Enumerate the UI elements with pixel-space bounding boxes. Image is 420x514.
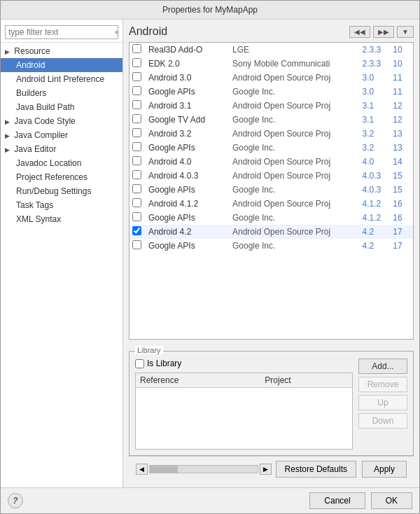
is-library-checkbox[interactable]: [135, 359, 144, 368]
sidebar-item-label: Resource: [14, 46, 50, 56]
sdk-version: 4.0.3: [360, 169, 391, 183]
sidebar-item-java-build-path[interactable]: Java Build Path: [1, 100, 122, 114]
down-button[interactable]: Down: [358, 413, 407, 429]
sdk-row-checkbox[interactable]: [132, 142, 141, 151]
arrow-icon: ▶: [5, 146, 12, 153]
sdk-row-checkbox[interactable]: [132, 100, 141, 109]
sdk-row-checkbox[interactable]: [132, 72, 141, 81]
sdk-row-checkbox[interactable]: [132, 114, 141, 123]
sdk-name: Real3D Add-O: [146, 43, 230, 57]
sdk-vendor: Android Open Source Proj: [230, 127, 360, 141]
sidebar-item-android-lint[interactable]: Android Lint Preference: [1, 72, 122, 86]
sidebar-item-run-debug[interactable]: Run/Debug Settings: [1, 184, 122, 198]
sdk-row-checkbox[interactable]: [132, 198, 141, 207]
sdk-name: Google APIs: [146, 211, 230, 225]
table-row: Android 4.1.2 Android Open Source Proj 4…: [130, 197, 413, 211]
sdk-api: 10: [390, 43, 413, 57]
sdk-name: Android 3.1: [146, 99, 230, 113]
library-buttons: Add... Remove Up Down: [358, 359, 407, 429]
sdk-api: 16: [390, 211, 413, 225]
main-panel: Android ◀◀ ▶▶ ▼ Real3D Add-O LGE 2.3.3 1…: [123, 20, 419, 487]
content-area: ✦ ▶ Resource Android Android Lint Prefer…: [1, 20, 419, 487]
sdk-vendor: Google Inc.: [230, 211, 360, 225]
page-title: Android: [129, 25, 167, 38]
nav-forward-button[interactable]: ▶▶: [373, 26, 394, 38]
sidebar-item-java-editor[interactable]: ▶ Java Editor: [1, 142, 122, 156]
sdk-name: Android 3.2: [146, 127, 230, 141]
scroll-track[interactable]: [149, 465, 258, 473]
sdk-row-checkbox[interactable]: [132, 240, 141, 249]
sdk-table: Real3D Add-O LGE 2.3.3 10 EDK 2.0 Sony M…: [130, 43, 413, 253]
sdk-row-checkbox[interactable]: [132, 184, 141, 193]
sdk-api: 17: [390, 225, 413, 239]
sidebar-item-project-references[interactable]: Project References: [1, 170, 122, 184]
sdk-api: 15: [390, 169, 413, 183]
table-row: Google APIs Google Inc. 4.1.2 16: [130, 211, 413, 225]
sidebar-item-java-compiler[interactable]: ▶ Java Compiler: [1, 128, 122, 142]
nav-dropdown-button[interactable]: ▼: [397, 26, 414, 38]
sdk-vendor: Sony Mobile Communicati: [230, 57, 360, 71]
sdk-row-checkbox[interactable]: [132, 86, 141, 95]
sidebar-item-label: Java Compiler: [14, 130, 68, 140]
sdk-api: 15: [390, 183, 413, 197]
sdk-api: 11: [390, 71, 413, 85]
sdk-name: Google APIs: [146, 85, 230, 99]
sidebar-item-label: Builders: [16, 88, 46, 98]
sdk-version: 3.0: [360, 71, 391, 85]
sdk-name: Google TV Add: [146, 113, 230, 127]
dialog-title: Properties for MyMapApp: [162, 5, 258, 15]
sdk-row-checkbox[interactable]: [132, 170, 141, 179]
table-row: Google TV Add Google Inc. 3.1 12: [130, 113, 413, 127]
scroll-thumb: [150, 466, 178, 473]
scroll-right-button[interactable]: ▶: [260, 464, 272, 475]
sdk-name: Android 4.0.3: [146, 169, 230, 183]
ok-button[interactable]: OK: [371, 492, 412, 509]
table-row: Android 3.2 Android Open Source Proj 3.2…: [130, 127, 413, 141]
sdk-name: Android 3.0: [146, 71, 230, 85]
sdk-version: 2.3.3: [360, 43, 391, 57]
apply-button[interactable]: Apply: [362, 461, 407, 478]
add-button[interactable]: Add...: [358, 359, 407, 374]
filter-input[interactable]: [8, 27, 113, 37]
cancel-button[interactable]: Cancel: [309, 492, 365, 509]
sdk-row-checkbox[interactable]: [132, 156, 141, 165]
restore-defaults-button[interactable]: Restore Defaults: [276, 461, 356, 478]
title-bar: Properties for MyMapApp: [1, 1, 419, 20]
sdk-vendor: LGE: [230, 43, 360, 57]
sdk-api: 12: [390, 113, 413, 127]
sdk-name: Android 4.2: [146, 225, 230, 239]
sdk-api: 13: [390, 127, 413, 141]
sidebar-item-android[interactable]: Android: [1, 58, 122, 72]
sidebar-item-javadoc-location[interactable]: Javadoc Location: [1, 156, 122, 170]
is-library-row: Is Library: [135, 359, 353, 368]
sdk-row-checkbox[interactable]: [132, 226, 141, 235]
nav-back-button[interactable]: ◀◀: [349, 26, 370, 38]
sidebar-item-java-code-style[interactable]: ▶ Java Code Style: [1, 114, 122, 128]
arrow-icon: ▶: [5, 132, 12, 139]
sdk-row-checkbox[interactable]: [132, 128, 141, 137]
table-row: Google APIs Google Inc. 4.2 17: [130, 239, 413, 253]
sdk-vendor: Android Open Source Proj: [230, 197, 360, 211]
scroll-left-button[interactable]: ◀: [136, 464, 148, 475]
up-button[interactable]: Up: [358, 395, 407, 410]
help-button[interactable]: ?: [8, 493, 23, 508]
table-row: Android 4.0.3 Android Open Source Proj 4…: [130, 169, 413, 183]
sdk-version: 3.1: [360, 99, 391, 113]
sidebar-item-task-tags[interactable]: Task Tags: [1, 198, 122, 212]
sidebar-item-label: Javadoc Location: [16, 158, 81, 168]
table-row: Android 4.0 Android Open Source Proj 4.0…: [130, 155, 413, 169]
sdk-vendor: Google Inc.: [230, 141, 360, 155]
sidebar-item-resource[interactable]: ▶ Resource: [1, 44, 122, 58]
sdk-name: Android 4.0: [146, 155, 230, 169]
library-section: Library Is Library Reference: [129, 351, 414, 456]
sidebar-item-xml-syntax[interactable]: XML Syntax: [1, 212, 122, 226]
table-row: Android 4.2 Android Open Source Proj 4.2…: [130, 225, 413, 239]
sdk-row-checkbox[interactable]: [132, 212, 141, 221]
sdk-vendor: Android Open Source Proj: [230, 71, 360, 85]
is-library-label: Is Library: [147, 359, 181, 368]
sdk-row-checkbox[interactable]: [132, 44, 141, 53]
remove-button[interactable]: Remove: [358, 377, 407, 392]
sidebar-item-builders[interactable]: Builders: [1, 86, 122, 100]
sdk-row-checkbox[interactable]: [132, 58, 141, 67]
sdk-vendor: Google Inc.: [230, 113, 360, 127]
